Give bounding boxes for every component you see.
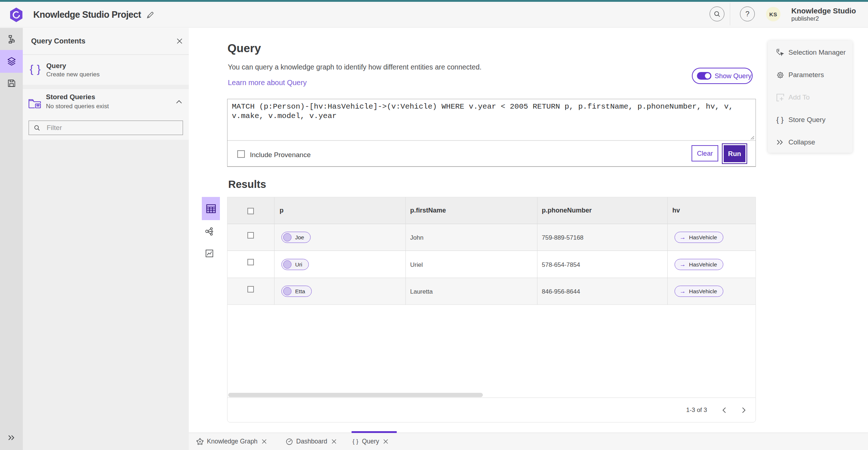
- column-header-firstname[interactable]: p.firstName: [410, 207, 446, 214]
- chevron-left-icon: [722, 407, 726, 413]
- row-checkbox[interactable]: [247, 232, 254, 239]
- show-query-label: Show Query: [715, 72, 752, 80]
- query-section-title: Query: [227, 41, 261, 55]
- graph-view-icon: [205, 227, 214, 236]
- horizontal-scrollbar[interactable]: [228, 393, 483, 397]
- tab-query[interactable]: { } Query: [353, 438, 388, 445]
- view-mode-graph-button[interactable]: [205, 227, 214, 236]
- topbar: Knowledge Studio Project ? KS Knowledge …: [0, 2, 868, 28]
- rail-expand-button[interactable]: [0, 434, 23, 441]
- tab-knowledge-graph[interactable]: Knowledge Graph: [196, 438, 267, 445]
- entity-dot-icon: [283, 287, 292, 295]
- view-mode-table-button[interactable]: [202, 197, 220, 220]
- select-all-checkbox[interactable]: [247, 208, 254, 214]
- results-card: p p.firstName p.phoneNumber hv Joe John …: [227, 197, 756, 422]
- chevron-right-icon: [742, 407, 746, 413]
- action-parameters[interactable]: Parameters: [768, 64, 852, 86]
- table-row[interactable]: Etta Lauretta 846-956-8644 → HasVehicle: [227, 278, 756, 305]
- panel-item-query[interactable]: { } Query Create new queries: [23, 55, 189, 85]
- column-header-p[interactable]: p: [280, 207, 284, 214]
- entity-pill[interactable]: Etta: [281, 286, 312, 297]
- toggle-switch: [697, 72, 711, 80]
- edit-title-button[interactable]: [146, 11, 154, 20]
- store-query-braces-icon: { }: [776, 115, 784, 124]
- close-icon: [176, 38, 183, 44]
- rail-item-query-layers[interactable]: [0, 50, 23, 73]
- action-store-query[interactable]: { } Store Query: [768, 109, 852, 131]
- entity-dot-icon: [283, 233, 292, 241]
- tab-dashboard[interactable]: Dashboard: [286, 438, 336, 445]
- results-table-header: p p.firstName p.phoneNumber hv: [227, 197, 756, 224]
- row-checkbox[interactable]: [247, 259, 254, 265]
- resize-handle-icon[interactable]: [749, 135, 754, 140]
- selection-manager-icon: [776, 49, 784, 57]
- tab-close-icon[interactable]: [332, 439, 336, 444]
- avatar[interactable]: KS: [766, 7, 780, 21]
- panel-title: Query Contents: [31, 37, 85, 45]
- panel-item-stored-subtitle: No stored queries exist: [46, 103, 109, 110]
- rail-item-hierarchy[interactable]: [0, 28, 23, 51]
- hierarchy-icon: [7, 35, 16, 44]
- run-button[interactable]: Run: [723, 144, 746, 163]
- dashboard-icon: [286, 438, 293, 445]
- table-row[interactable]: Joe John 759-889-57168 → HasVehicle: [227, 224, 756, 251]
- help-icon: ?: [745, 10, 749, 18]
- pagination-range: 1-3 of 3: [686, 407, 707, 414]
- column-header-hv[interactable]: hv: [672, 207, 680, 214]
- app-logo[interactable]: [10, 8, 22, 22]
- entity-pill[interactable]: Joe: [281, 232, 311, 243]
- include-provenance-label: Include Provenance: [250, 151, 311, 159]
- collapse-section-button[interactable]: [176, 100, 182, 104]
- table-row[interactable]: Uri Uriel 578-654-7854 → HasVehicle: [227, 251, 756, 278]
- query-editor[interactable]: MATCH (p:Person)-[hv:HasVehicle]->(v:Veh…: [227, 99, 756, 141]
- query-braces-icon: { }: [353, 438, 359, 445]
- tab-close-icon[interactable]: [262, 439, 267, 444]
- account-role: publisher2: [791, 15, 856, 22]
- arrow-right-icon: →: [680, 288, 686, 295]
- panel-header: Query Contents: [23, 28, 189, 55]
- panel-item-stored-title: Stored Queries: [46, 93, 95, 101]
- panel-item-stored-queries[interactable]: Stored Queries No stored queries exist: [23, 89, 189, 140]
- column-header-phonenumber[interactable]: p.phoneNumber: [542, 207, 592, 214]
- actions-panel: Selection Manager Parameters Add To { } …: [768, 41, 852, 153]
- nav-rail: [0, 28, 23, 450]
- pagination-next-button[interactable]: [738, 405, 749, 416]
- relation-pill[interactable]: → HasVehicle: [675, 259, 723, 270]
- action-collapse[interactable]: Collapse: [768, 131, 852, 153]
- include-provenance-checkbox[interactable]: [237, 150, 245, 158]
- table-view-icon: [206, 204, 216, 213]
- search-icon: [714, 10, 721, 18]
- parameters-gear-icon: [776, 71, 784, 79]
- active-tab-underline: [352, 431, 397, 433]
- relation-pill[interactable]: → HasVehicle: [675, 286, 723, 297]
- tabbar: Knowledge Graph Dashboard { } Query: [189, 433, 868, 450]
- panel-close-button[interactable]: [176, 38, 183, 44]
- entity-pill[interactable]: Uri: [281, 259, 309, 270]
- search-button[interactable]: [710, 7, 724, 21]
- arrow-right-icon: →: [680, 234, 686, 241]
- clear-button[interactable]: Clear: [692, 145, 718, 161]
- stored-queries-folder-icon: [28, 98, 42, 110]
- action-selection-manager[interactable]: Selection Manager: [768, 41, 852, 64]
- show-query-toggle[interactable]: Show Query: [692, 68, 753, 84]
- relation-pill[interactable]: → HasVehicle: [675, 232, 723, 243]
- page-title: Knowledge Studio Project: [33, 2, 141, 27]
- save-icon: [7, 79, 16, 88]
- query-contents-panel: Query Contents { } Query Create new quer…: [23, 28, 189, 450]
- layers-icon: [7, 57, 16, 66]
- results-footer: 1-3 of 3: [227, 398, 756, 422]
- results-title: Results: [228, 179, 266, 190]
- knowledge-graph-icon: [196, 438, 204, 445]
- panel-item-query-subtitle: Create new queries: [46, 71, 99, 78]
- view-mode-chart-button[interactable]: [205, 249, 213, 257]
- panel-item-query-title: Query: [46, 62, 66, 70]
- row-checkbox[interactable]: [247, 286, 254, 293]
- tab-close-icon[interactable]: [383, 439, 388, 444]
- filter-box[interactable]: [29, 121, 183, 135]
- help-button[interactable]: ?: [740, 7, 755, 21]
- filter-input[interactable]: [47, 124, 166, 132]
- learn-more-link[interactable]: Learn more about Query: [228, 79, 307, 87]
- rail-item-save[interactable]: [0, 72, 23, 94]
- account-info: Knowledge Studio publisher2: [791, 7, 856, 22]
- pagination-prev-button[interactable]: [719, 405, 729, 416]
